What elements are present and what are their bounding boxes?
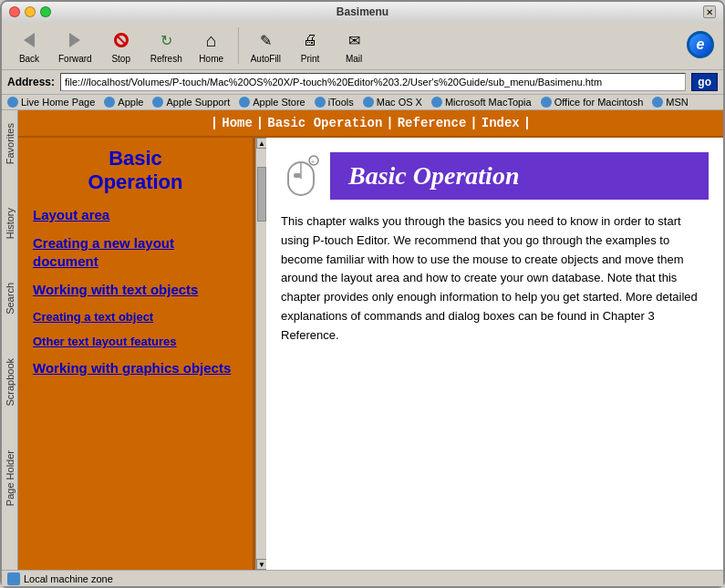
page-description: This chapter walks you through the basic…	[281, 212, 709, 346]
bookmark-label-8: Office for Macintosh	[554, 97, 644, 108]
arrow-right-icon	[69, 33, 80, 47]
refresh-button[interactable]: ↻ Refresh	[145, 26, 188, 66]
bookmark-label-3: Apple Support	[166, 97, 230, 108]
ie-icon: e	[687, 31, 714, 58]
scrollbar-thumb[interactable]	[257, 167, 266, 222]
bookmark-icon-9	[652, 97, 663, 108]
nav-link-home[interactable]: Home	[218, 116, 256, 130]
bookmark-apple-store[interactable]: Apple Store	[239, 97, 305, 108]
go-button[interactable]: go	[691, 73, 718, 91]
toolbar-separator-1	[238, 27, 239, 64]
sidebar-link-working-graphics[interactable]: Working with graphics objects	[33, 359, 238, 377]
stop-button[interactable]: Stop	[101, 26, 141, 66]
bookmark-icon-5	[315, 97, 326, 108]
bookmark-icon-8	[541, 97, 552, 108]
ie-logo: e	[687, 31, 716, 60]
title-bar: Basimenu ✕	[2, 2, 723, 22]
window-close-icon[interactable]: ✕	[703, 5, 716, 18]
nav-link-basic-operation[interactable]: Basic Operation	[264, 116, 386, 130]
status-icon	[7, 573, 20, 585]
bookmark-label-5: iTools	[328, 97, 354, 108]
bookmark-apple[interactable]: Apple	[104, 97, 143, 108]
sidebar-title[interactable]: BasicOperation	[33, 147, 238, 195]
home-icon: ⌂	[197, 27, 226, 53]
page-title: Basic Operation	[348, 161, 519, 190]
print-icon: 🖨	[295, 27, 325, 53]
mail-label: Mail	[346, 54, 362, 64]
maximize-button[interactable]	[40, 6, 51, 17]
browser-content: Favorites History Search Scrapbook Page …	[2, 110, 723, 570]
bookmark-icon-6	[363, 97, 374, 108]
svg-text:+: +	[311, 159, 315, 165]
left-sidebar: BasicOperation Layout area Creating a ne…	[18, 138, 255, 570]
status-text: Local machine zone	[24, 573, 113, 584]
sidebar-link-layout-area[interactable]: Layout area	[33, 206, 238, 224]
forward-button[interactable]: Forward	[53, 26, 98, 66]
bookmark-label-9: MSN	[666, 97, 688, 108]
address-input[interactable]	[60, 73, 686, 91]
page-title-box: Basic Operation	[330, 152, 709, 200]
bookmark-live-home[interactable]: Live Home Page	[7, 97, 95, 108]
toolbar: Back Forward Stop ↻ Refresh ⌂ Home	[2, 22, 723, 70]
bookmark-icon-7	[431, 97, 442, 108]
sidebar-link-working-text[interactable]: Working with text objects	[33, 281, 238, 299]
bookmark-msn[interactable]: MSN	[652, 97, 688, 108]
address-label: Address:	[7, 76, 55, 88]
back-label: Back	[19, 54, 39, 64]
bookmark-icon-2	[104, 97, 115, 108]
bookmark-itools[interactable]: iTools	[315, 97, 354, 108]
close-button[interactable]	[9, 6, 20, 17]
forward-label: Forward	[58, 54, 92, 64]
address-bar: Address: go	[2, 70, 723, 95]
mail-icon-shape: ✉	[348, 32, 360, 49]
bookmark-mactopia[interactable]: Microsoft MacTopia	[431, 97, 532, 108]
mail-button[interactable]: ✉ Mail	[334, 26, 374, 66]
autofill-button[interactable]: ✎ AutoFill	[245, 26, 286, 66]
page-body: BasicOperation Layout area Creating a ne…	[18, 138, 723, 570]
bookmark-icon-4	[239, 97, 250, 108]
stop-icon	[107, 27, 136, 53]
autofill-icon: ✎	[251, 27, 280, 53]
sidebar-tab-pageholder[interactable]: Page Holder	[3, 447, 17, 510]
sidebar-link-creating-layout[interactable]: Creating a new layout document	[33, 234, 238, 270]
print-button[interactable]: 🖨 Print	[290, 26, 330, 66]
traffic-lights	[9, 6, 51, 17]
mail-icon: ✉	[339, 27, 368, 53]
nav-separator-start: |	[211, 116, 218, 130]
sidebar-link-other-text[interactable]: Other text layout features	[33, 335, 238, 348]
bookmarks-bar: Live Home Page Apple Apple Support Apple…	[2, 95, 723, 110]
sidebar-tab-history[interactable]: History	[3, 204, 17, 242]
back-button[interactable]: Back	[9, 26, 49, 66]
bookmark-apple-support[interactable]: Apple Support	[152, 97, 230, 108]
side-tabs: Favorites History Search Scrapbook Page …	[2, 110, 18, 570]
sidebar-tab-search[interactable]: Search	[3, 279, 17, 318]
webpage: |Home|Basic Operation|Reference|Index| B…	[18, 110, 723, 570]
print-icon-shape: 🖨	[303, 32, 317, 48]
page-header: + Basic Operation	[281, 152, 709, 200]
sidebar-scrollbar[interactable]: ▲ ▼	[255, 138, 266, 570]
bookmark-label-6: Mac OS X	[377, 97, 422, 108]
bookmark-office[interactable]: Office for Macintosh	[541, 97, 644, 108]
sidebar-tab-scrapbook[interactable]: Scrapbook	[3, 355, 17, 410]
sidebar-link-creating-text[interactable]: Creating a text object	[33, 310, 238, 324]
bookmark-label-7: Microsoft MacTopia	[445, 97, 532, 108]
autofill-label: AutoFill	[251, 54, 281, 64]
stop-label: Stop	[111, 54, 130, 64]
nav-link-index[interactable]: Index	[478, 116, 523, 130]
scrollbar-up-arrow[interactable]: ▲	[256, 138, 266, 149]
home-icon-shape: ⌂	[206, 30, 217, 51]
home-button[interactable]: ⌂ Home	[192, 26, 232, 66]
sidebar-tab-favorites[interactable]: Favorites	[3, 119, 17, 168]
minimize-button[interactable]	[25, 6, 36, 17]
scrollbar-track-area	[256, 149, 266, 559]
stop-icon-shape	[114, 33, 129, 47]
bookmark-label-1: Live Home Page	[21, 97, 95, 108]
nav-link-reference[interactable]: Reference	[394, 116, 471, 130]
nav-bar: |Home|Basic Operation|Reference|Index|	[18, 110, 723, 138]
browser-window: Basimenu ✕ Back Forward Stop ↻ Refre	[0, 0, 725, 588]
window-title: Basimenu	[337, 5, 388, 18]
scrollbar-down-arrow[interactable]: ▼	[256, 559, 266, 570]
back-icon	[15, 27, 44, 53]
bookmark-macosx[interactable]: Mac OS X	[363, 97, 422, 108]
bookmark-icon-3	[152, 97, 163, 108]
